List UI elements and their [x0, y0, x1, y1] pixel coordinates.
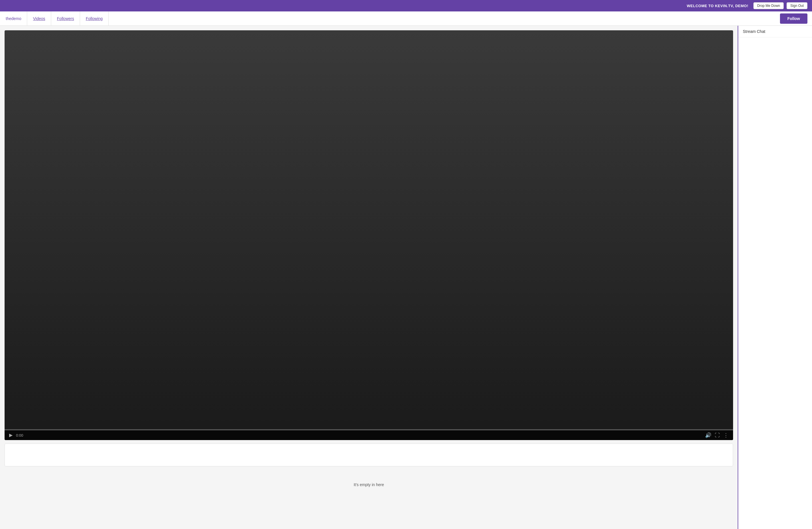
- channel-name-link[interactable]: thedemo: [0, 12, 27, 26]
- fullscreen-button[interactable]: ⛶: [715, 433, 720, 438]
- chat-header: Stream Chat: [738, 26, 812, 38]
- sign-out-button[interactable]: Sign Out: [786, 2, 808, 9]
- time-display: 0:00: [16, 433, 23, 438]
- followers-nav-link[interactable]: Followers: [51, 12, 80, 26]
- top-header: WELCOME TO KEVIN.TV, DEMO! Drop Me Down …: [0, 0, 812, 12]
- progress-track[interactable]: [4, 429, 733, 430]
- following-nav-link[interactable]: Following: [80, 12, 108, 26]
- chat-body[interactable]: [738, 38, 812, 529]
- navigation-bar: thedemo Videos Followers Following Follo…: [0, 12, 812, 26]
- more-options-button[interactable]: ⋮: [723, 433, 728, 438]
- welcome-text: WELCOME TO KEVIN.TV, DEMO!: [687, 4, 748, 8]
- drop-me-down-button[interactable]: Drop Me Down: [753, 2, 784, 9]
- follow-button[interactable]: Follow: [780, 13, 808, 24]
- empty-message: It's empty in here: [4, 471, 733, 498]
- video-controls: ▶ 0:00 🔊 ⛶ ⋮: [4, 430, 733, 440]
- description-box: [4, 443, 733, 467]
- volume-button[interactable]: 🔊: [705, 433, 711, 438]
- content-area: ▶ 0:00 🔊 ⛶ ⋮ It's empty in here: [0, 26, 738, 529]
- main-layout: ▶ 0:00 🔊 ⛶ ⋮ It's empty in here Stream C…: [0, 26, 812, 529]
- video-player[interactable]: ▶ 0:00 🔊 ⛶ ⋮: [4, 30, 733, 440]
- play-button[interactable]: ▶: [9, 433, 13, 438]
- video-container: ▶ 0:00 🔊 ⛶ ⋮: [4, 30, 733, 440]
- videos-nav-link[interactable]: Videos: [27, 12, 51, 26]
- chat-sidebar: Stream Chat: [738, 26, 812, 529]
